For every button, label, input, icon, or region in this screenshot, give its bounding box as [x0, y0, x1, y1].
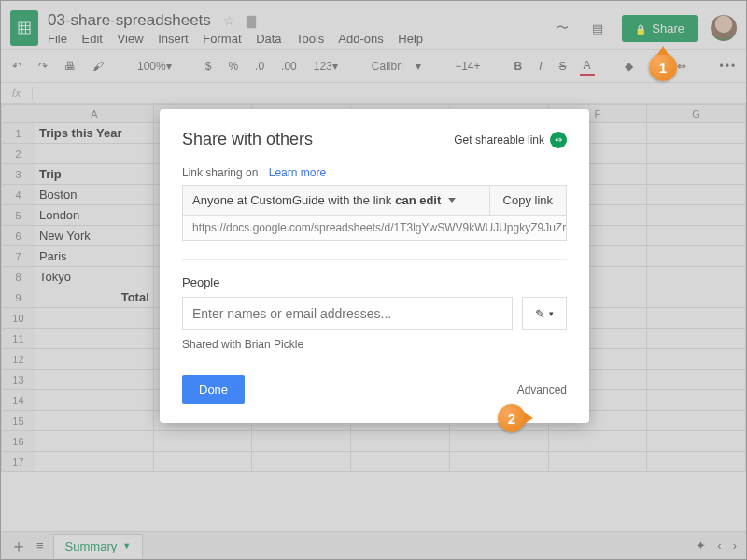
done-button[interactable]: Done [182, 375, 245, 404]
shared-with-text: Shared with Brian Pickle [182, 338, 567, 351]
dialog-title: Share with others [182, 130, 313, 149]
chevron-down-icon [448, 198, 456, 203]
pencil-icon: ✎ [535, 307, 545, 321]
people-label: People [182, 275, 567, 289]
advanced-link[interactable]: Advanced [517, 384, 567, 397]
permission-selector[interactable]: ✎ ▾ [522, 297, 567, 330]
get-shareable-link[interactable]: Get shareable link ⇔ [454, 132, 567, 148]
callout-2: 2 [498, 404, 526, 432]
share-url[interactable]: https://docs.google.com/spreadsheets/d/1… [182, 216, 567, 241]
share-dialog: Share with others Get shareable link ⇔ L… [160, 109, 589, 423]
people-input[interactable] [182, 297, 513, 330]
learn-more-link[interactable]: Learn more [269, 166, 326, 179]
link-icon: ⇔ [550, 132, 567, 148]
link-sharing-status: Link sharing on [182, 166, 258, 179]
link-permission-dropdown[interactable]: Anyone at CustomGuide with the link can … [183, 186, 490, 215]
divider [182, 259, 567, 260]
copy-link-button[interactable]: Copy link [490, 186, 566, 215]
callout-1: 1 [649, 53, 677, 81]
